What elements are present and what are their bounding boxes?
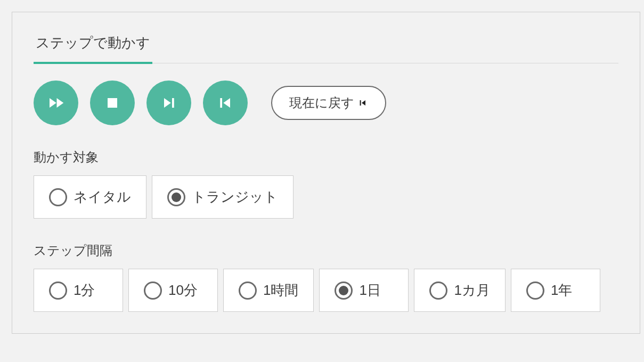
radio-1year[interactable]: 1年	[511, 269, 600, 312]
radio-mark	[335, 281, 353, 300]
radio-mark	[167, 188, 185, 206]
radio-label: 1カ月	[454, 281, 490, 300]
target-radio-group: ネイタル トランジット	[34, 175, 618, 219]
radio-1day[interactable]: 1日	[319, 269, 409, 312]
skip-next-button[interactable]	[146, 81, 191, 125]
radio-label: 1分	[74, 281, 95, 300]
radio-mark	[239, 281, 257, 300]
skip-previous-button[interactable]	[203, 81, 248, 125]
radio-mark	[49, 281, 67, 300]
radio-natal[interactable]: ネイタル	[34, 175, 146, 219]
reset-label: 現在に戻す	[289, 94, 354, 111]
radio-label: トランジット	[192, 188, 278, 206]
radio-label: ネイタル	[74, 188, 131, 206]
fast-forward-button[interactable]	[34, 81, 78, 125]
tab-label: ステップで動かす	[36, 35, 150, 51]
skip-previous-icon	[216, 93, 235, 112]
reset-to-now-button[interactable]: 現在に戻す	[271, 86, 386, 120]
skip-next-icon	[159, 93, 178, 112]
radio-1min[interactable]: 1分	[34, 269, 123, 312]
radio-mark	[49, 188, 67, 206]
tab-bar: ステップで動かす	[34, 34, 618, 63]
stop-button[interactable]	[90, 81, 135, 125]
radio-transit[interactable]: トランジット	[152, 175, 294, 219]
step-panel: ステップで動かす 現在に戻す 動かす対象 ネイタル トランジット ステッ	[12, 12, 640, 334]
tab-step-move[interactable]: ステップで動かす	[34, 34, 152, 64]
radio-1hour[interactable]: 1時間	[223, 269, 314, 312]
stop-icon	[103, 93, 122, 112]
radio-1month[interactable]: 1カ月	[414, 269, 505, 312]
fast-forward-icon	[46, 93, 66, 112]
radio-label: 1日	[359, 281, 380, 300]
skip-previous-icon	[357, 98, 368, 108]
radio-mark	[144, 281, 162, 300]
radio-label: 10分	[168, 281, 198, 300]
radio-mark	[429, 281, 447, 300]
radio-mark	[526, 281, 544, 300]
radio-label: 1時間	[263, 281, 298, 300]
target-section-label: 動かす対象	[34, 149, 618, 166]
playback-controls: 現在に戻す	[34, 81, 618, 125]
interval-radio-group: 1分 10分 1時間 1日 1カ月 1年	[34, 269, 618, 312]
radio-10min[interactable]: 10分	[128, 269, 218, 312]
interval-section-label: ステップ間隔	[34, 242, 618, 259]
radio-label: 1年	[551, 281, 572, 300]
